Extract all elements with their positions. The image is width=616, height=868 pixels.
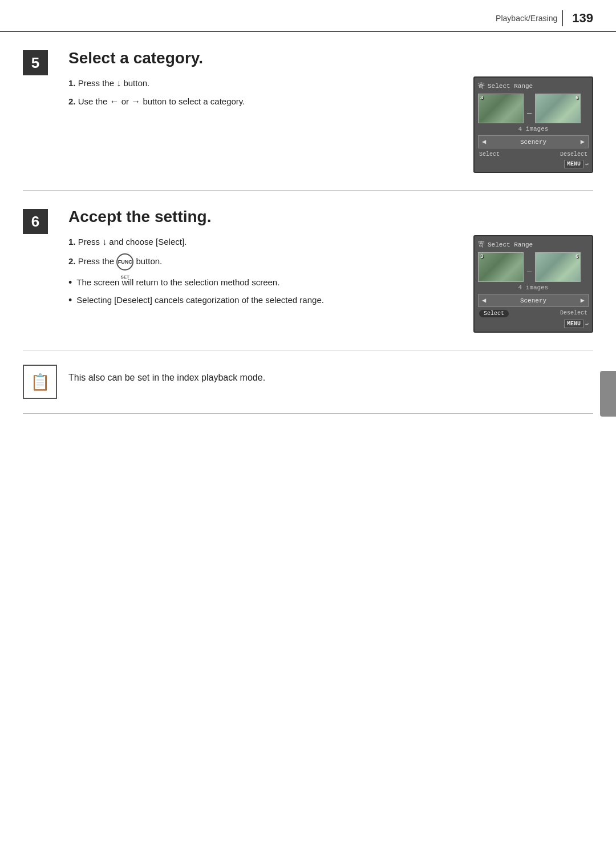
step-5-num-2: 2. bbox=[68, 96, 76, 106]
note-icon: 📋 bbox=[23, 365, 57, 399]
step-6-screen-buttons: Select Deselect bbox=[478, 310, 589, 317]
step-6-selector-text: Scenery bbox=[520, 297, 546, 304]
step-6-count: 4 images bbox=[478, 284, 589, 291]
step-6-menu-back: ↩ bbox=[585, 321, 589, 328]
step-5-thumbnails: 3 — 6 bbox=[478, 94, 589, 123]
step-5-btn-select: Select bbox=[479, 151, 500, 158]
step-6-dash: — bbox=[527, 252, 532, 282]
step-5-thumb-left: 3 bbox=[478, 94, 524, 123]
step-6-instruction-1: 1. Press ↓ and choose [Select]. bbox=[68, 235, 462, 249]
step-5-instruction-1: 1. Press the ↓ button. bbox=[68, 76, 462, 90]
right-tab bbox=[600, 371, 616, 417]
step-6-menu: MENU ↩ bbox=[478, 320, 589, 328]
step-5-num-left: 3 bbox=[480, 95, 483, 101]
step-6-number: 6 bbox=[23, 209, 48, 234]
step-6-num-2: 2. bbox=[68, 256, 76, 266]
step-5-title: Select a category. bbox=[68, 49, 593, 67]
step-6-instruction-2: 2. Press the FUNCSET button. bbox=[68, 253, 462, 271]
note-block: 📋 This also can be set in the index play… bbox=[23, 350, 593, 414]
step-5-screen: 寄 Select Range 3 — 6 4 images bbox=[473, 76, 593, 173]
step-5-menu: MENU ↩ bbox=[478, 160, 589, 168]
step-6-block: 6 Accept the setting. 1. Press ↓ and cho… bbox=[23, 191, 593, 350]
step-5-inner: 1. Press the ↓ button. 2. Use the ← or →… bbox=[68, 76, 593, 173]
step-5-arrow-right: ▶ bbox=[581, 138, 585, 146]
step-6-bullet-2: • Selecting [Deselect] cancels categoriz… bbox=[68, 294, 462, 307]
bullet-dot-2: • bbox=[68, 294, 72, 307]
step-5-selector-text: Scenery bbox=[520, 139, 546, 146]
step-5-btn-deselect: Deselect bbox=[560, 151, 587, 158]
step-5-instructions: 1. Press the ↓ button. 2. Use the ← or →… bbox=[68, 76, 462, 173]
step-6-thumb-left: 3 bbox=[478, 252, 524, 282]
step-6-bullet-2-text: Selecting [Deselect] cancels categorizat… bbox=[76, 294, 324, 307]
step-6-arrow-left: ◀ bbox=[482, 296, 486, 305]
select-range-icon: 寄 bbox=[478, 81, 485, 91]
note-text: This also can be set in the index playba… bbox=[68, 365, 265, 385]
step-5-block: 5 Select a category. 1. Press the ↓ butt… bbox=[23, 32, 593, 191]
step-5-thumb-right: 6 bbox=[535, 94, 581, 123]
step-6-inner: 1. Press ↓ and choose [Select]. 2. Press… bbox=[68, 235, 593, 333]
step-5-count: 4 images bbox=[478, 126, 589, 132]
step-5-screen-buttons: Select Deselect bbox=[478, 151, 589, 158]
step-5-dash: — bbox=[527, 94, 532, 123]
step-6-menu-label: MENU bbox=[564, 320, 583, 328]
step-6-number-col: 6 bbox=[23, 208, 57, 333]
step-5-number-col: 5 bbox=[23, 49, 57, 173]
step-5-num-1: 1. bbox=[68, 78, 76, 88]
step-6-num-left: 3 bbox=[480, 254, 483, 260]
step-6-screen: 寄 Select Range 3 — 6 4 images bbox=[473, 235, 593, 333]
step-6-instructions: 1. Press ↓ and choose [Select]. 2. Press… bbox=[68, 235, 462, 333]
step-6-screen-title: 寄 Select Range bbox=[478, 240, 589, 249]
header-divider bbox=[562, 10, 563, 26]
step-6-num-right: 6 bbox=[576, 254, 578, 260]
step-6-btn-deselect: Deselect bbox=[560, 310, 587, 317]
step-6-num-1: 1. bbox=[68, 237, 76, 247]
step-6-selector: ◀ Scenery ▶ bbox=[478, 294, 589, 307]
select-range-icon-2: 寄 bbox=[478, 240, 485, 249]
func-set-button: FUNCSET bbox=[116, 253, 133, 271]
step-6-title: Accept the setting. bbox=[68, 208, 593, 226]
step-6-thumbnails: 3 — 6 bbox=[478, 252, 589, 282]
step-5-menu-label: MENU bbox=[564, 160, 583, 168]
bullet-dot-1: • bbox=[68, 276, 72, 289]
note-icon-symbol: 📋 bbox=[30, 373, 50, 391]
page-number: 139 bbox=[572, 11, 593, 26]
page-header: Playback/Erasing 139 bbox=[0, 0, 616, 32]
step-5-arrow-left: ◀ bbox=[482, 138, 486, 146]
step-5-selector: ◀ Scenery ▶ bbox=[478, 135, 589, 148]
step-5-num-right: 6 bbox=[576, 95, 578, 101]
step-6-btn-select: Select bbox=[479, 310, 509, 317]
step-6-content: Accept the setting. 1. Press ↓ and choos… bbox=[57, 208, 593, 333]
section-label: Playback/Erasing bbox=[496, 14, 557, 23]
step-6-thumb-right: 6 bbox=[535, 252, 581, 282]
step-5-instruction-2: 2. Use the ← or → button to select a cat… bbox=[68, 95, 462, 108]
step-5-screen-title: 寄 Select Range bbox=[478, 81, 589, 91]
step-5-number: 5 bbox=[23, 50, 48, 75]
step-6-arrow-right: ▶ bbox=[581, 296, 585, 305]
step-5-content: Select a category. 1. Press the ↓ button… bbox=[57, 49, 593, 173]
main-content: 5 Select a category. 1. Press the ↓ butt… bbox=[0, 32, 616, 414]
step-5-menu-back: ↩ bbox=[585, 161, 589, 168]
step-6-bullet-1-text: The screen will return to the selection … bbox=[76, 276, 279, 289]
